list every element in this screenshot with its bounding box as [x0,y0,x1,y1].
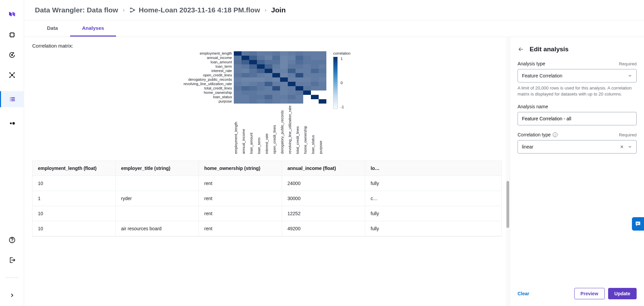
heatmap-cell [249,77,257,82]
table-header[interactable]: employment_length (float) [33,161,116,176]
clear-button[interactable]: Clear [518,291,529,296]
heatmap-cell [257,99,265,104]
preview-button[interactable]: Preview [574,288,605,299]
heatmap-y-label: derogatory_public_records [188,77,232,82]
heatmap-cell [272,69,280,73]
table-row[interactable]: 10rent24000fully [33,176,501,191]
correlation-type-select[interactable]: linear [518,140,637,154]
chevron-right-icon[interactable] [8,291,16,299]
table-row[interactable]: 10air resources boardrent49200fully [33,221,501,236]
heatmap-cell [234,90,241,95]
required-label: Required [619,61,637,66]
heatmap-cell [257,51,265,56]
graph-icon[interactable] [8,71,16,79]
chat-icon[interactable] [632,217,644,231]
tab-data[interactable]: Data [35,20,70,37]
heatmap-cell [241,64,249,69]
colorbar [333,57,338,109]
correlation-type-value: linear [522,144,533,149]
heatmap-cell [241,99,249,104]
heatmap-cell [288,99,296,104]
help-icon[interactable] [8,236,16,244]
heatmap-cell [280,60,288,64]
breadcrumb-root[interactable]: Data Wrangler: Data flow [35,6,118,14]
heatmap-y-label: loan_status [213,95,232,99]
heatmap-cell [280,86,288,90]
heatmap-x-label: revolving_line_utilization_rate [288,106,296,154]
heatmap-cell [257,60,265,64]
heatmap-cell [257,69,265,73]
heatmap-cell [296,51,303,56]
heatmap-cell [241,60,249,64]
heatmap-x-label: open_credit_lines [272,106,280,154]
svg-point-10 [130,8,131,9]
table-row[interactable]: 1ryderrent30000charg [33,191,501,206]
heatmap-cell [241,77,249,82]
list-icon[interactable] [0,91,24,107]
heatmap-cell [234,82,241,86]
analysis-name-input[interactable] [518,112,637,125]
table-header[interactable]: annual_income (float) [282,161,365,176]
update-button[interactable]: Update [608,288,637,299]
heatmap-cell [249,95,257,99]
table-cell: rent [199,176,282,191]
left-nav [0,0,24,306]
tab-analyses[interactable]: Analyses [70,20,116,37]
heatmap-cell [234,51,241,56]
table-cell: rent [199,191,282,206]
heatmap-x-label: loan_amount [249,106,257,154]
heatmap-cell [234,69,241,73]
heatmap-cell [272,56,280,60]
heatmap-cell [280,95,288,99]
dots-icon[interactable] [8,119,16,127]
chip-icon[interactable] [8,31,16,39]
heatmap-cell [272,60,280,64]
heatmap-cell [311,82,319,86]
heatmap-cell [319,64,326,69]
heatmap-cell [296,69,303,73]
heatmap-cell [265,99,272,104]
svg-point-8 [12,122,14,124]
heatmap-cell [234,73,241,77]
heatmap-cell [265,73,272,77]
analysis-type-select[interactable]: Feature Correlation [518,69,637,82]
breadcrumb-flow[interactable]: Home-Loan 2023-11-16 4:18 PM.flow [129,6,260,14]
heatmap-cell [272,77,280,82]
chevron-right-icon: › [265,7,266,13]
back-arrow-icon[interactable] [518,46,524,53]
heatmap-cell [288,86,296,90]
heatmap-x-label: annual_income [241,106,249,154]
svg-point-7 [10,122,11,124]
heatmap-cell [265,90,272,95]
table-header[interactable]: home_ownership (string) [199,161,282,176]
table-cell: fully [365,221,385,236]
clear-icon[interactable] [620,144,624,149]
heatmap-cell [249,51,257,56]
heatmap-cell [241,56,249,60]
heatmap-cell [280,82,288,86]
info-icon[interactable]: i [553,132,557,137]
heatmap-cell [311,69,319,73]
chevron-down-icon [628,73,632,78]
logout-icon[interactable] [8,256,16,264]
heatmap-cell [280,56,288,60]
heatmap-cell [288,73,296,77]
table-header[interactable]: loan_st [365,161,385,176]
heatmap-y-label: loan_amount [211,60,232,64]
heatmap-cell [288,77,296,82]
logo-icon[interactable] [8,11,16,19]
heatmap-cell [241,86,249,90]
heatmap-cell [280,51,288,56]
scrollbar[interactable] [506,37,510,306]
heatmap-cell [303,64,311,69]
heatmap-cell [311,95,319,99]
heatmap-cell [241,90,249,95]
refresh-icon[interactable] [8,51,16,59]
heatmap-cell [272,82,280,86]
heatmap-cell [303,86,311,90]
table-cell: 49200 [282,221,365,236]
table-row[interactable]: 10rent12252fully [33,206,501,221]
heatmap-y-label: annual_income [207,56,232,60]
table-header[interactable]: employer_title (string) [116,161,199,176]
chevron-right-icon: › [123,7,124,13]
